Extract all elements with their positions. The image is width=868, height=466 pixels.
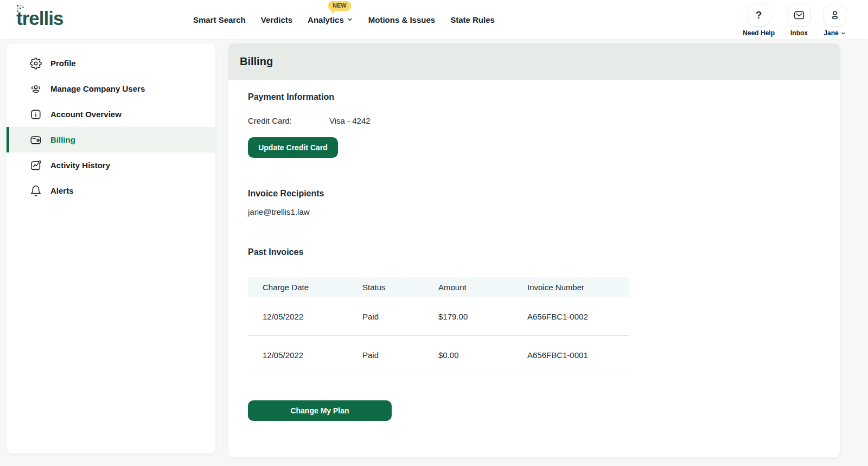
invoices-table: Charge Date Status Amount Invoice Number… [248, 277, 629, 374]
top-nav-bar: trellis Smart Search Verdicts NEW Analyt… [0, 0, 868, 39]
person-icon[interactable] [824, 4, 846, 27]
cell-amount: $0.00 [438, 350, 527, 360]
need-help-button[interactable]: ? Need Help [743, 4, 775, 39]
invoice-recipients-title: Invoice Recipients [248, 189, 820, 199]
wallet-icon [30, 134, 42, 146]
col-amount: Amount [438, 283, 527, 292]
col-charge-date: Charge Date [263, 283, 362, 292]
payment-information-title: Payment Information [248, 92, 820, 102]
cell-charge-date: 12/05/2022 [263, 350, 362, 360]
bell-icon [30, 185, 42, 197]
invoices-table-header: Charge Date Status Amount Invoice Number [248, 277, 629, 297]
cell-amount: $179.00 [438, 312, 527, 321]
sidebar-item-manage-company-users[interactable]: Manage Company Users [7, 76, 215, 101]
header-actions: ? Need Help Inbox Jane [743, 0, 846, 39]
user-name: Jane [824, 29, 838, 37]
info-icon [30, 108, 42, 120]
cell-status: Paid [362, 312, 438, 321]
col-invoice-number: Invoice Number [527, 283, 629, 292]
trellis-lattice-icon [16, 4, 25, 13]
sidebar-item-profile[interactable]: Profile [7, 50, 215, 76]
users-icon [30, 83, 42, 95]
primary-nav: Smart Search Verdicts NEW Analytics Moti… [193, 0, 495, 39]
change-my-plan-button[interactable]: Change My Plan [248, 400, 392, 421]
past-invoices-title: Past Invoices [248, 247, 820, 257]
update-credit-card-button[interactable]: Update Credit Card [248, 137, 338, 158]
credit-card-label: Credit Card: [248, 116, 329, 125]
page-title: Billing [240, 55, 273, 68]
nav-state-rules[interactable]: State Rules [450, 15, 495, 24]
nav-verdicts[interactable]: Verdicts [261, 15, 292, 24]
credit-card-row: Credit Card: Visa - 4242 [248, 116, 820, 125]
settings-sidebar: Profile Manage Company Users Account Ove… [7, 43, 215, 454]
page-header-band: Billing [228, 43, 840, 80]
gear-icon [30, 58, 42, 69]
trellis-logo[interactable]: trellis [16, 6, 63, 31]
user-menu-button[interactable]: Jane [824, 4, 846, 39]
chevron-down-icon [840, 30, 846, 36]
table-row: 12/05/2022 Paid $0.00 A656FBC1-0001 [248, 336, 629, 374]
sidebar-item-activity-history[interactable]: Activity History [7, 152, 215, 178]
col-status: Status [362, 283, 438, 292]
question-icon[interactable]: ? [748, 4, 770, 27]
table-row: 12/05/2022 Paid $179.00 A656FBC1-0002 [248, 297, 629, 336]
chevron-down-icon [347, 16, 353, 23]
cell-invoice-number: A656FBC1-0002 [527, 312, 629, 321]
sidebar-item-account-overview[interactable]: Account Overview [7, 101, 215, 127]
envelope-icon[interactable] [788, 4, 810, 27]
cell-invoice-number: A656FBC1-0001 [527, 350, 629, 360]
credit-card-value: Visa - 4242 [329, 116, 371, 125]
nav-analytics[interactable]: NEW Analytics [308, 15, 353, 24]
cell-charge-date: 12/05/2022 [263, 312, 362, 321]
invoice-recipient-email: jane@trellis1.law [248, 207, 820, 216]
sidebar-item-alerts[interactable]: Alerts [7, 178, 215, 203]
nav-smart-search[interactable]: Smart Search [193, 15, 246, 24]
cell-status: Paid [362, 350, 438, 360]
billing-panel: Billing Payment Information Credit Card:… [228, 43, 840, 457]
sidebar-item-billing[interactable]: Billing [7, 127, 215, 152]
nav-motions-issues[interactable]: Motions & Issues [368, 15, 435, 24]
activity-icon [30, 159, 42, 171]
inbox-button[interactable]: Inbox [788, 4, 810, 39]
new-badge: NEW [328, 1, 351, 11]
